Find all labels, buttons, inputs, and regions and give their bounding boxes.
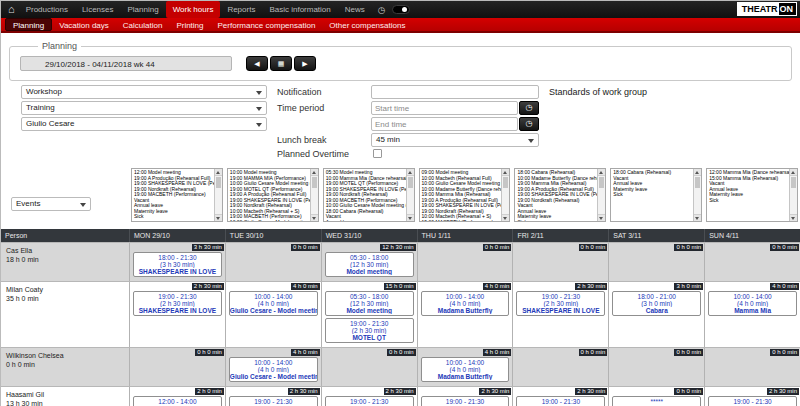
day-cell[interactable]: 2 h 30 min19:00 - 21:30(2 h 30 min)Nordk… <box>225 387 321 406</box>
subnav-item-other-compensations[interactable]: Other compensations <box>322 18 412 31</box>
end-time-input[interactable] <box>371 117 518 131</box>
day-cell[interactable]: 0 h 0 min <box>704 243 800 281</box>
scroll-up-arrow[interactable] <box>790 169 797 176</box>
day-cell[interactable]: 2 h 30 min19:00 - 21:30(2 h 30 min)MACBE… <box>321 387 417 406</box>
start-time-input[interactable] <box>371 101 518 115</box>
day-cell[interactable]: 4 h 0 min10:00 - 14:00(4 h 0 min)Giulio … <box>225 348 321 386</box>
scrollbar[interactable] <box>597 169 605 221</box>
scroll-thumb[interactable] <box>408 177 413 188</box>
day-cell[interactable]: 2 h 30 min19:00 - 21:30(2 h 30 min)A Pro… <box>417 387 513 406</box>
notification-input[interactable] <box>371 85 539 99</box>
lunch-break-select[interactable]: 45 min <box>371 133 539 147</box>
scroll-down-arrow[interactable] <box>598 214 605 221</box>
shift-entry[interactable]: 19:00 - 21:30(2 h 30 min)Mamma Mia <box>708 396 797 406</box>
shift-entry[interactable]: 10:00 - 14:00(4 h 0 min)Mamma Mia <box>708 291 797 316</box>
event-option[interactable]: Annual leave <box>324 220 406 222</box>
scroll-thumb[interactable] <box>695 177 700 188</box>
calendar-button[interactable]: ▦ <box>270 56 292 71</box>
date-range-input[interactable]: 29/10/2018 - 04/11/2018 wk 44 <box>20 56 232 71</box>
scroll-thumb[interactable] <box>503 177 508 188</box>
scroll-down-arrow[interactable] <box>790 214 797 221</box>
filter-select-training[interactable]: Training <box>21 101 267 115</box>
shift-entry[interactable]: 05:30 - 18:00(12 h 30 min)Model meeting <box>325 252 414 277</box>
event-option[interactable]: 19:00 MACBETH (Performance) <box>420 220 502 222</box>
day-cell[interactable]: 2 h 0 min12:00 - 14:00(2 h 0 min)Model m… <box>129 387 225 406</box>
topnav-item-productions[interactable]: Productions <box>19 1 75 18</box>
day-cell[interactable]: 0 h 0 min <box>704 348 800 386</box>
scroll-up-arrow[interactable] <box>502 169 509 176</box>
shift-entry[interactable]: 19:00 - 21:30(2 h 30 min)Mamma Mia <box>516 396 605 406</box>
end-time-clock-button[interactable]: ◷ <box>519 117 539 131</box>
start-time-clock-button[interactable]: ◷ <box>519 101 539 115</box>
shift-entry[interactable]: 12:00 - 14:00(2 h 0 min)Model meeting <box>133 396 222 406</box>
scroll-thumb[interactable] <box>312 177 317 188</box>
day-cell[interactable]: 0 h 0 min <box>608 243 704 281</box>
scroll-thumb[interactable] <box>791 177 796 188</box>
next-week-button[interactable]: ▶ <box>294 56 316 71</box>
shift-entry[interactable]: 19:00 - 21:30(2 h 30 min)Nordkraft <box>229 396 318 406</box>
clock-icon[interactable]: ◷ <box>378 5 386 15</box>
events-list-tue-30-10[interactable]: 10:00 Model meeting19:00 MAMMA MIA (Perf… <box>227 168 319 222</box>
day-cell[interactable]: 15 h 0 min05:30 - 18:00(12 h 30 min)Mode… <box>321 282 417 347</box>
shift-entry[interactable]: 19:00 - 21:30(2 h 30 min)MACBETH <box>325 396 414 406</box>
scroll-thumb[interactable] <box>599 177 604 188</box>
subnav-item-performance-compensation[interactable]: Performance compensation <box>211 18 323 31</box>
day-cell[interactable]: 0 h 0 min <box>225 243 321 281</box>
events-list-mon-29-10[interactable]: 12:00 Model meeting19:00 A Produção (Reh… <box>131 168 223 222</box>
scrollbar[interactable] <box>693 169 701 221</box>
shift-entry[interactable]: 05:30 - 18:00(12 h 30 min)Model meeting <box>325 291 414 316</box>
planned-overtime-checkbox[interactable] <box>373 149 382 158</box>
event-option[interactable]: Sick <box>515 220 597 222</box>
day-cell[interactable]: 0 h 0 min <box>129 348 225 386</box>
shift-entry[interactable]: 18:00 - 21:30(3 h 30 min)SHAKESPEARE IN … <box>133 252 222 277</box>
scroll-thumb[interactable] <box>216 177 221 188</box>
events-list-sat-3-11[interactable]: 18:00 Cabara (Rehearsal)VacantAnnual lea… <box>610 168 702 222</box>
day-cell[interactable]: 0 h 0 min <box>321 348 417 386</box>
shift-entry[interactable]: 19:00 - 21:30(2 h 30 min)A Produção <box>421 396 510 406</box>
subnav-item-printing[interactable]: Printing <box>169 18 210 31</box>
scrollbar[interactable] <box>501 169 509 221</box>
events-list-thu-1-11[interactable]: 09:00 Model meeting10:00 Macbeth (Rehear… <box>419 168 511 222</box>
scroll-up-arrow[interactable] <box>311 169 318 176</box>
day-cell[interactable]: 0 h 0 min*****VACANT 1 <box>608 387 704 406</box>
shift-entry[interactable]: 10:00 - 14:00(4 h 0 min)Madama Butterfly <box>421 291 510 316</box>
day-cell[interactable]: 0 h 0 min <box>608 348 704 386</box>
topnav-item-reports[interactable]: Reports <box>220 1 262 18</box>
day-cell[interactable]: 4 h 0 min10:00 - 14:00(4 h 0 min)Madama … <box>417 282 513 347</box>
topnav-item-basic-information[interactable]: Basic information <box>262 1 337 18</box>
day-cell[interactable]: 4 h 0 min10:00 - 14:00(4 h 0 min)Giulio … <box>225 282 321 347</box>
event-option[interactable]: Sick <box>132 214 214 220</box>
scroll-up-arrow[interactable] <box>407 169 414 176</box>
day-cell[interactable]: 2 h 30 min19:00 - 21:30(2 h 30 min)Mamma… <box>512 387 608 406</box>
events-list-fri-2-11[interactable]: 18:00 Cabara (Rehearsal)10:00 Madame But… <box>514 168 606 222</box>
day-cell[interactable]: 0 h 0 min <box>512 243 608 281</box>
scroll-down-arrow[interactable] <box>694 214 701 221</box>
filter-select-workshop[interactable]: Workshop <box>21 85 267 99</box>
events-list-sun-4-11[interactable]: 12:00 Mamma Mia (Dance rehearsal)15:00 M… <box>706 168 798 222</box>
event-option[interactable]: Sick <box>707 198 789 204</box>
shift-entry[interactable]: 10:00 - 14:00(4 h 0 min)Madama Butterfly <box>421 357 510 382</box>
day-cell[interactable]: 2 h 30 min19:00 - 21:30(2 h 30 min)SHAKE… <box>512 282 608 347</box>
subnav-item-calculation[interactable]: Calculation <box>116 18 170 31</box>
notification-toggle[interactable] <box>392 5 410 14</box>
day-cell[interactable]: 0 h 0 min <box>512 348 608 386</box>
day-cell[interactable]: 4 h 0 min10:00 - 14:00(4 h 0 min)Mamma M… <box>704 282 800 347</box>
scroll-up-arrow[interactable] <box>694 169 701 176</box>
scroll-down-arrow[interactable] <box>502 214 509 221</box>
topnav-item-planning[interactable]: Planning <box>120 1 165 18</box>
filter-select-giulio-cesare[interactable]: Giulio Cesare <box>21 117 267 131</box>
shift-entry[interactable]: 10:00 - 14:00(4 h 0 min)Giulio Cesare - … <box>229 357 318 382</box>
scrollbar[interactable] <box>406 169 414 221</box>
prev-week-button[interactable]: ◀ <box>246 56 268 71</box>
scroll-down-arrow[interactable] <box>215 214 222 221</box>
shift-entry[interactable]: *****VACANT 1 <box>612 396 701 406</box>
shift-entry[interactable]: 19:00 - 21:30(2 h 30 min)SHAKESPEARE IN … <box>516 291 605 316</box>
shift-entry[interactable]: 19:00 - 21:30(2 h 30 min)MOTEL QT <box>325 318 414 343</box>
event-option[interactable]: Sick <box>611 192 693 198</box>
scroll-up-arrow[interactable] <box>215 169 222 176</box>
day-cell[interactable]: 2 h 30 min19:00 - 21:30(2 h 30 min)SHAKE… <box>129 282 225 347</box>
topnav-item-work-hours[interactable]: Work hours <box>166 1 221 18</box>
scrollbar[interactable] <box>789 169 797 221</box>
topnav-item-news[interactable]: News <box>338 1 372 18</box>
shift-entry[interactable]: 18:00 - 21:00(3 h 0 min)Cabara <box>612 291 701 316</box>
